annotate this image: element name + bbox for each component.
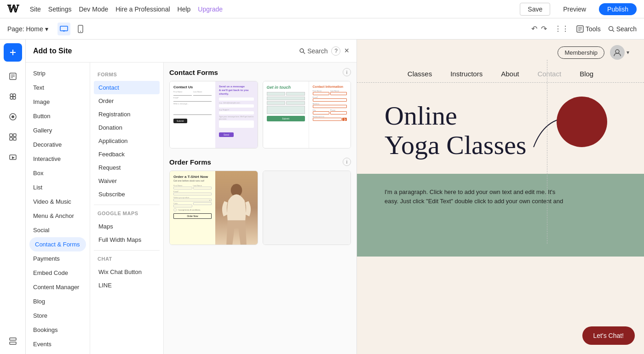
design-icon[interactable] bbox=[4, 108, 22, 126]
contact-information-card[interactable]: Get in touch bbox=[263, 81, 351, 148]
add-to-site-panel: Add to Site Search ? × Strip Text Image … bbox=[26, 40, 357, 354]
save-button[interactable]: Save bbox=[520, 3, 550, 16]
subcategory-request[interactable]: Request bbox=[94, 161, 160, 174]
add-elements-button[interactable] bbox=[4, 43, 22, 62]
preview-button[interactable]: Preview bbox=[556, 3, 593, 15]
contact-forms-info-icon[interactable]: i bbox=[343, 68, 351, 76]
nav-devmode[interactable]: Dev Mode bbox=[79, 6, 108, 13]
nav-hire[interactable]: Hire a Professional bbox=[115, 6, 170, 13]
wix-apps-icon[interactable] bbox=[4, 87, 22, 106]
svg-rect-0 bbox=[60, 26, 68, 31]
mobile-icon[interactable] bbox=[74, 23, 87, 35]
subcategory-registration[interactable]: Registration bbox=[94, 108, 160, 121]
category-menu-anchor[interactable]: Menu & Anchor bbox=[26, 209, 90, 223]
category-list[interactable]: List bbox=[26, 180, 90, 194]
nav-upgrade[interactable]: Upgrade bbox=[198, 6, 223, 13]
category-store[interactable]: Store bbox=[26, 308, 90, 323]
nav-blog[interactable]: Blog bbox=[580, 70, 593, 78]
nav-classes[interactable]: Classes bbox=[408, 70, 432, 78]
site-nav: Classes Instructors About Contact Blog bbox=[357, 65, 644, 82]
panel-content: Strip Text Image Button Gallery Decorati… bbox=[26, 63, 356, 354]
close-icon[interactable]: × bbox=[344, 46, 349, 56]
category-interactive[interactable]: Interactive bbox=[26, 152, 90, 166]
contact-forms-grid: Contact Us First Name Last Name bbox=[169, 81, 351, 148]
undo-redo: ↶ ↷ bbox=[531, 24, 547, 33]
nav-site[interactable]: Site bbox=[30, 6, 41, 13]
category-gallery[interactable]: Gallery bbox=[26, 123, 90, 137]
panel-search-button[interactable]: Search bbox=[299, 47, 328, 55]
category-community[interactable]: Community bbox=[26, 351, 90, 354]
subcategory-line[interactable]: LINE bbox=[94, 279, 160, 292]
category-blog[interactable]: Blog bbox=[26, 294, 90, 308]
category-events[interactable]: Events bbox=[26, 337, 90, 351]
order-tshirt-card[interactable]: Order a T-Shirt Now Get one before stock… bbox=[169, 171, 258, 245]
media-icon[interactable] bbox=[4, 148, 22, 166]
svg-point-17 bbox=[10, 94, 13, 97]
subcategory-contact[interactable]: Contact bbox=[94, 81, 160, 94]
category-payments[interactable]: Payments bbox=[26, 251, 90, 266]
membership-button[interactable]: Membership bbox=[558, 46, 604, 59]
order-forms-grid: Order a T-Shirt Now Get one before stock… bbox=[169, 171, 351, 245]
chevron-down-icon[interactable]: ▾ bbox=[627, 49, 629, 56]
page-selector[interactable]: Page: Home ▾ bbox=[7, 25, 48, 33]
subcategory-full-width-maps[interactable]: Full Width Maps bbox=[94, 233, 160, 246]
contact-us-card[interactable]: Contact Us First Name Last Name bbox=[169, 81, 258, 148]
chat-section-title: CHAT bbox=[94, 254, 160, 265]
nav-settings[interactable]: Settings bbox=[48, 6, 72, 13]
svg-point-18 bbox=[13, 94, 16, 97]
sections-icon[interactable] bbox=[4, 332, 22, 350]
subcategory-donation[interactable]: Donation bbox=[94, 121, 160, 134]
search-button[interactable]: Search bbox=[608, 25, 637, 33]
nav-instructors[interactable]: Instructors bbox=[450, 70, 483, 78]
category-bookings[interactable]: Bookings bbox=[26, 323, 90, 337]
nav-about[interactable]: About bbox=[501, 70, 519, 78]
category-video-music[interactable]: Video & Music bbox=[26, 194, 90, 209]
category-decorative[interactable]: Decorative bbox=[26, 137, 90, 152]
redo-icon[interactable]: ↷ bbox=[541, 24, 547, 33]
subcategory-order[interactable]: Order bbox=[94, 94, 160, 108]
undo-icon[interactable]: ↶ bbox=[531, 24, 537, 33]
top-bar-right: Save Preview Publish bbox=[520, 3, 637, 16]
order-forms-title: Order Forms bbox=[169, 158, 211, 166]
contact-information-preview: Get in touch bbox=[263, 81, 351, 148]
category-contact-forms[interactable]: Contact & Forms bbox=[29, 237, 86, 251]
subcategory-feedback[interactable]: Feedback bbox=[94, 148, 160, 161]
chevron-down-icon: ▾ bbox=[45, 25, 48, 33]
svg-rect-24 bbox=[13, 134, 16, 137]
chat-button[interactable]: Let's Chat! bbox=[582, 326, 635, 345]
category-content-manager[interactable]: Content Manager bbox=[26, 280, 90, 294]
publish-button[interactable]: Publish bbox=[599, 3, 637, 15]
user-avatar[interactable] bbox=[610, 45, 625, 60]
tools-button[interactable]: Tools bbox=[576, 25, 601, 33]
order-tshirt-preview: Order a T-Shirt Now Get one before stock… bbox=[170, 171, 258, 245]
body-paragraph[interactable]: I'm a paragraph. Click here to add your … bbox=[385, 188, 569, 207]
tools-label: Tools bbox=[586, 25, 601, 33]
category-box[interactable]: Box bbox=[26, 166, 90, 180]
category-embed-code[interactable]: Embed Code bbox=[26, 266, 90, 280]
pages-icon[interactable] bbox=[4, 67, 22, 86]
subcategory-waiver[interactable]: Waiver bbox=[94, 174, 160, 188]
help-icon[interactable]: ? bbox=[331, 46, 340, 56]
device-icons bbox=[58, 23, 87, 35]
subcategory-application[interactable]: Application bbox=[94, 134, 160, 148]
order-card-2-preview bbox=[263, 171, 351, 245]
layout-icon[interactable] bbox=[4, 128, 22, 146]
order-forms-info-icon[interactable]: i bbox=[343, 158, 351, 166]
svg-rect-26 bbox=[13, 137, 16, 140]
order-card-2[interactable] bbox=[263, 171, 351, 245]
contact-forms-title: Contact Forms bbox=[169, 69, 218, 76]
category-strip[interactable]: Strip bbox=[26, 66, 90, 80]
subcategory-wix-chat[interactable]: Wix Chat Button bbox=[94, 265, 160, 279]
category-image[interactable]: Image bbox=[26, 95, 90, 109]
category-social[interactable]: Social bbox=[26, 223, 90, 237]
desktop-icon[interactable] bbox=[58, 23, 70, 35]
grid-icon[interactable]: ⋮⋮ bbox=[554, 24, 569, 33]
category-button[interactable]: Button bbox=[26, 109, 90, 123]
subcategory-subscribe[interactable]: Subscribe bbox=[94, 188, 160, 201]
hero-circle-decoration bbox=[557, 97, 607, 147]
nav-contact[interactable]: Contact bbox=[537, 70, 561, 78]
hero-section: OnlineYoga Classes bbox=[357, 83, 644, 174]
subcategory-maps[interactable]: Maps bbox=[94, 220, 160, 233]
category-text[interactable]: Text bbox=[26, 80, 90, 95]
nav-help[interactable]: Help bbox=[178, 6, 191, 13]
